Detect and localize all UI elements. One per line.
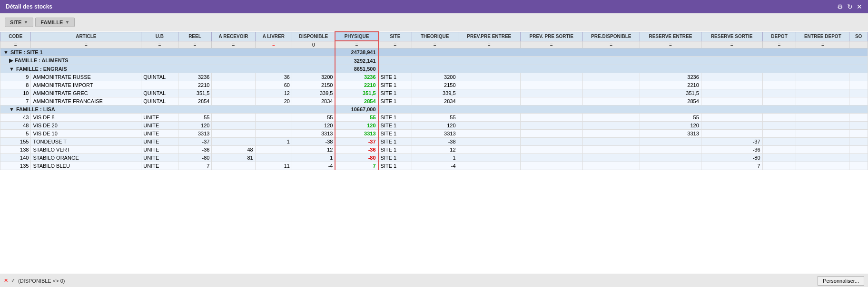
aliv-cell [255, 130, 292, 138]
filter-code[interactable] [0, 41, 31, 48]
col-header-article[interactable]: ARTICLE [31, 32, 141, 41]
table-row[interactable]: 9AMMONITRATE RUSSEQUINTAL32363632003236S… [0, 73, 868, 81]
theo-cell: 2150 [412, 81, 458, 89]
filter-prevpre[interactable] [458, 41, 520, 48]
tab-famille[interactable]: FAMILLE ▼ [35, 18, 75, 27]
famille-row[interactable]: ▶FAMILLE : ALIMENTS3292,141 [0, 57, 868, 65]
resent-cell: 3313 [640, 130, 701, 138]
filter-reel[interactable] [178, 41, 212, 48]
ressort-cell: -37 [701, 138, 762, 146]
code-cell: 7 [0, 97, 31, 105]
tab-site-label: SITE [10, 19, 21, 25]
personnaliser-button[interactable]: Personnaliser... [818, 276, 864, 286]
filter-so[interactable] [849, 41, 868, 48]
col-header-reel[interactable]: REEL [178, 32, 212, 41]
prevpresort-cell [520, 97, 582, 105]
filter-aliv[interactable] [255, 41, 292, 48]
code-cell: 135 [0, 162, 31, 170]
prevpresort-cell [520, 130, 582, 138]
col-header-so[interactable]: SO [849, 32, 868, 41]
col-header-depot[interactable]: DEPOT [762, 32, 796, 41]
table-row[interactable]: 140STABILO ORANGEUNITE-80811-80SITE 11-8… [0, 154, 868, 162]
filter-dispo[interactable] [292, 41, 335, 48]
filter-predispo[interactable] [582, 41, 640, 48]
filter-theo[interactable] [412, 41, 458, 48]
col-header-entdepot[interactable]: ENTREE DEPOT [796, 32, 849, 41]
table-row[interactable]: 7AMMONITRATE FRANCAISEQUINTAL28542028342… [0, 97, 868, 105]
close-icon[interactable]: ✕ [857, 3, 862, 10]
arecv-cell [212, 81, 255, 89]
article-cell: AMMONITRATE GREC [31, 89, 141, 97]
filter-arecv[interactable] [212, 41, 255, 48]
filter-site[interactable] [378, 41, 412, 48]
theo-cell: 3200 [412, 73, 458, 81]
filter-x-icon[interactable]: ✕ [4, 277, 8, 284]
col-header-prevpre[interactable]: PREV.PRE ENTREE [458, 32, 520, 41]
article-cell: TONDEUSE T [31, 138, 141, 146]
col-header-aliv[interactable]: A LIVRER [255, 32, 292, 41]
site-phys-cell: 24738,941 [335, 48, 378, 57]
aliv-cell [255, 154, 292, 162]
table-row[interactable]: 10AMMONITRATE GRECQUINTAL351,512339,5351… [0, 89, 868, 97]
col-header-ressort[interactable]: RESERVE SORTIE [701, 32, 762, 41]
col-header-phys[interactable]: PHYSIQUE [335, 32, 378, 41]
refresh-icon[interactable]: ↻ [847, 3, 853, 10]
filter-phys[interactable] [335, 41, 378, 48]
site-cell: SITE 1 [378, 154, 412, 162]
tab-famille-label: FAMILLE [40, 19, 63, 25]
entdepot-cell [796, 122, 849, 130]
filter-prevpresort[interactable] [520, 41, 582, 48]
filter-text: (DISPONIBLE <> 0) [18, 278, 65, 284]
site-row[interactable]: ▼SITE : SITE 124738,941 [0, 48, 868, 57]
so-cell [849, 97, 868, 105]
table-row[interactable]: 8AMMONITRATE IMPORT22106021502210SITE 12… [0, 81, 868, 89]
col-header-dispo[interactable]: DISPONIBLE [292, 32, 335, 41]
table-row[interactable]: 135STABILO BLEUUNITE711-47SITE 1-47 [0, 162, 868, 170]
resent-cell: 2210 [640, 81, 701, 89]
code-cell: 138 [0, 146, 31, 154]
filter-ub[interactable] [141, 41, 178, 48]
article-cell: STABILO ORANGE [31, 154, 141, 162]
filter-check-icon[interactable]: ✓ [11, 277, 15, 284]
filter-depot[interactable] [762, 41, 796, 48]
col-header-prevpresort[interactable]: PREV. PRE SORTIE [520, 32, 582, 41]
entdepot-cell [796, 162, 849, 170]
col-header-predispo[interactable]: PRE.DISPONIBLE [582, 32, 640, 41]
col-header-site[interactable]: SITE [378, 32, 412, 41]
table-row[interactable]: 48VIS DE 20UNITE120120120SITE 1120120 [0, 122, 868, 130]
settings-icon[interactable]: ⚙ [837, 3, 843, 10]
table-container[interactable]: CODE ARTICLE U.B REEL A RECEVOIR A LIVRE… [0, 31, 868, 274]
col-header-resent[interactable]: RESERVE ENTREE [640, 32, 701, 41]
site-cell: SITE 1 [378, 73, 412, 81]
entdepot-cell [796, 97, 849, 105]
prevpre-cell [458, 89, 520, 97]
filter-entdepot[interactable] [796, 41, 849, 48]
table-row[interactable]: 138STABILO VERTUNITE-364812-36SITE 112-3… [0, 146, 868, 154]
depot-cell [762, 97, 796, 105]
code-cell: 10 [0, 89, 31, 97]
filter-ressort[interactable] [701, 41, 762, 48]
col-header-code[interactable]: CODE [0, 32, 31, 41]
phys-cell: 351,5 [335, 89, 378, 97]
table-row[interactable]: 5VIS DE 10UNITE331333133313SITE 13313331… [0, 130, 868, 138]
phys-cell: -36 [335, 146, 378, 154]
table-row[interactable]: 43VIS DE 8UNITE555555SITE 15555 [0, 114, 868, 122]
filter-article[interactable] [31, 41, 141, 48]
famille-row[interactable]: ▼FAMILLE : ENGRAIS8651,500 [0, 65, 868, 73]
phys-cell: 2210 [335, 81, 378, 89]
filter-resent[interactable] [640, 41, 701, 48]
table-row[interactable]: 155TONDEUSE TUNITE-371-38-37SITE 1-38-37 [0, 138, 868, 146]
famille-row[interactable]: ▼FAMILLE : LISA10667,000 [0, 105, 868, 114]
reel-cell: 3236 [178, 73, 212, 81]
col-header-arecv[interactable]: A RECEVOIR [212, 32, 255, 41]
reel-cell: 7 [178, 162, 212, 170]
col-header-theo[interactable]: THEORIQUE [412, 32, 458, 41]
tab-site[interactable]: SITE ▼ [5, 18, 33, 27]
article-cell: STABILO BLEU [31, 162, 141, 170]
col-header-ub[interactable]: U.B [141, 32, 178, 41]
predispo-cell [582, 130, 640, 138]
so-cell [849, 138, 868, 146]
prevpre-cell [458, 122, 520, 130]
prevpre-cell [458, 97, 520, 105]
ub-cell: UNITE [141, 162, 178, 170]
